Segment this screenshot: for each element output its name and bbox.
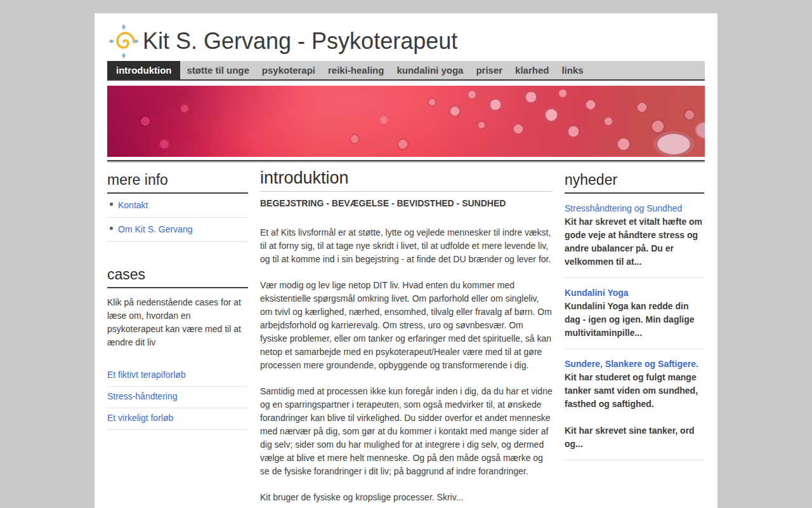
- main-content: introduktion BEGEJSTRING - BEVÆGELSE - B…: [260, 171, 553, 508]
- more-info-list: Kontakt Om Kit S. Gervang: [107, 194, 248, 242]
- paragraph: Vær modig og lev lige netop DIT liv. Hva…: [260, 279, 553, 372]
- link-stress-haandtering[interactable]: Stress-håndtering: [107, 391, 178, 401]
- sidebar-left: mere info Kontakt Om Kit S. Gervang case…: [107, 171, 248, 508]
- news-item: Stresshåndtering og Sundhed Kit har skre…: [565, 194, 704, 278]
- nav-item-klarhed[interactable]: klarhed: [509, 61, 555, 79]
- link-sundere-slankere-og-saftigere[interactable]: Sundere, Slankere og Saftigere.: [565, 358, 704, 371]
- nav-item-reiki-healing[interactable]: reiki-healing: [322, 61, 390, 79]
- list-item: Kontakt: [107, 194, 248, 218]
- nav-item-links[interactable]: links: [555, 61, 589, 79]
- main-nav: introduktion støtte til unge psykoterapi…: [107, 61, 705, 81]
- list-item: Om Kit S. Gervang: [107, 218, 248, 242]
- page-panel: Kit S. Gervang - Psykoterapeut introdukt…: [95, 13, 717, 508]
- page-title: Kit S. Gervang - Psykoterapeut: [143, 28, 457, 55]
- link-om-kit-s-gervang[interactable]: Om Kit S. Gervang: [118, 223, 192, 236]
- bullet-icon: [110, 227, 113, 230]
- nav-item-stoette-til-unge[interactable]: støtte til unge: [180, 61, 255, 79]
- content-columns: mere info Kontakt Om Kit S. Gervang case…: [95, 163, 717, 508]
- paragraph: Samtidig med at processen ikke kun foreg…: [260, 385, 553, 478]
- link-kundalini-yoga[interactable]: Kundalini Yoga: [565, 286, 704, 300]
- list-item: Et fiktivt terapiforløb: [107, 365, 248, 387]
- nav-item-priser[interactable]: priser: [469, 61, 509, 79]
- cases-intro: Klik på nedenstående cases for at læse o…: [107, 296, 248, 349]
- news-item: Sundere, Slankere og Saftigere. Kit har …: [565, 349, 704, 460]
- cases-list: Et fiktivt terapiforløb Stress-håndterin…: [107, 365, 248, 430]
- link-et-fiktivt-terapiforloeb[interactable]: Et fiktivt terapiforløb: [107, 370, 186, 380]
- nav-item-kundalini-yoga[interactable]: kundalini yoga: [390, 61, 469, 79]
- hero-image: [107, 86, 705, 157]
- nav-item-introduktion[interactable]: introduktion: [107, 61, 180, 79]
- news-body: Kit har skrevet sine tanker, ord og...: [565, 424, 704, 451]
- news-body: Kundalini Yoga kan redde din dag - igen …: [565, 300, 704, 340]
- main-heading: introduktion: [260, 171, 553, 192]
- link-kontakt[interactable]: Kontakt: [118, 199, 148, 212]
- tagline: BEGEJSTRING - BEVÆGELSE - BEVIDSTHED - S…: [260, 197, 553, 210]
- spiral-sun-logo-icon: [107, 23, 140, 60]
- news-body: Kit har studeret og fulgt mange tanker s…: [565, 371, 704, 411]
- link-et-virkeligt-forloeb[interactable]: Et virkeligt forløb: [107, 413, 173, 423]
- site-header: Kit S. Gervang - Psykoterapeut: [95, 13, 717, 61]
- more-info-title: mere info: [107, 171, 248, 194]
- nav-item-psykoterapi[interactable]: psykoterapi: [256, 61, 322, 79]
- news-title: nyheder: [565, 171, 704, 194]
- news-item: Kundalini Yoga Kundalini Yoga kan redde …: [565, 278, 704, 349]
- paragraph-partial: Kit bruger de fysiske og kropslige proce…: [260, 491, 553, 504]
- link-stresshaandtering-og-sundhed[interactable]: Stresshåndtering og Sundhed: [565, 202, 704, 215]
- paragraph: Et af Kits livsformål er at støtte, lytt…: [260, 226, 553, 266]
- list-item: Et virkeligt forløb: [107, 408, 248, 430]
- news-body: Kit har skrevet et vitalt hæfte om gode …: [565, 215, 704, 269]
- bullet-icon: [110, 203, 113, 206]
- list-item: Stress-håndtering: [107, 387, 248, 408]
- cases-title: cases: [107, 266, 248, 288]
- cases-section: cases Klik på nedenstående cases for at …: [107, 266, 248, 430]
- sidebar-news: nyheder Stresshåndtering og Sundhed Kit …: [565, 171, 704, 508]
